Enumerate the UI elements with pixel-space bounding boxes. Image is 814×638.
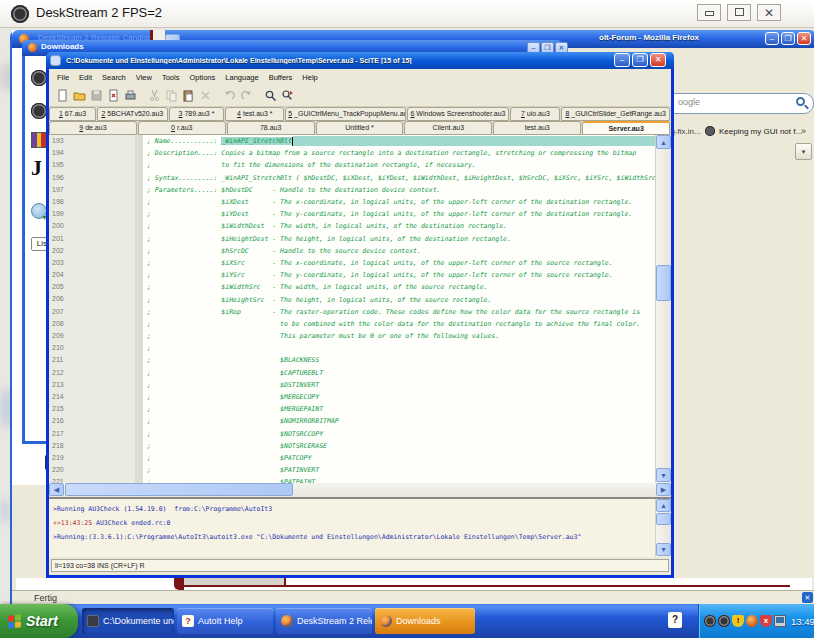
tab-5-guictrlmenu-trackpopupmenu-au3[interactable]: 5 _GUICtrlMenu_TrackPopupMenu.au3 (285, 107, 405, 121)
firefox-minimize-button[interactable]: – (765, 32, 779, 45)
scite-editor[interactable]: 193; Name...........: _WinAPI_StretchBlt… (49, 135, 671, 483)
selection-tail (293, 136, 655, 146)
scite-status-text: li=193 co=38 INS (CR+LF) R (51, 559, 669, 572)
save-file-icon (88, 87, 105, 104)
scroll-up-arrow[interactable]: ▲ (656, 135, 671, 149)
tab-test-au3[interactable]: test.au3 (493, 121, 581, 135)
fold-margin (135, 367, 143, 379)
tab-server-au3[interactable]: Server.au3 (582, 121, 670, 135)
open-folder-icon[interactable] (71, 87, 88, 104)
fold-margin (135, 159, 143, 171)
close-file-icon[interactable] (105, 87, 122, 104)
task-button-downloads[interactable]: Downloads (375, 608, 475, 634)
tray-deskstream-icon[interactable] (718, 615, 730, 627)
scroll-right-arrow[interactable]: ▶ (656, 483, 671, 496)
fold-margin (135, 208, 143, 220)
tray-shield-red-icon[interactable]: x (760, 615, 772, 627)
scroll-left-arrow[interactable]: ◀ (49, 483, 64, 496)
editor-hscrollbar-thumb[interactable] (65, 483, 293, 496)
maximize-icon (735, 8, 744, 16)
deskstream-close-button[interactable]: ✕ (757, 4, 781, 21)
line-number: 215 (49, 403, 135, 415)
paste-icon[interactable] (180, 87, 197, 104)
tab-7-uio-au3[interactable]: 7 uio.au3 (510, 107, 560, 121)
output-line: +>13:43:25 AU3Check ended.rc:0 (53, 516, 655, 530)
forum-table-cell (184, 578, 284, 587)
scite-minimize-button[interactable]: – (614, 53, 630, 67)
task-button-c-dokumente-und-ei-[interactable]: C:\Dokumente und Ei... (82, 608, 174, 634)
deskstream-maximize-button[interactable] (727, 4, 751, 21)
code-text: ; $iYDest - The y-coordinate, in logical… (143, 208, 655, 220)
tab-2-5bchatv520-au3[interactable]: 2 5BCHATv520.au3 (97, 107, 168, 121)
scroll-down-arrow[interactable]: ▼ (656, 543, 671, 556)
print-icon[interactable] (122, 87, 139, 104)
menu-language[interactable]: Language (220, 71, 263, 84)
menu-tools[interactable]: Tools (157, 71, 185, 84)
task-button-deskstream-2-releas-[interactable]: DeskStream 2 Releas... (276, 608, 372, 634)
output-vertical-scrollbar[interactable]: ▲ ▼ (655, 499, 671, 557)
tab-3-789-au3-[interactable]: 3 789.au3 * (169, 107, 225, 121)
scite-maximize-button[interactable]: ❐ (632, 53, 648, 67)
tab-9-de-au3[interactable]: 9 de.au3 (49, 121, 137, 135)
bug-icon (705, 126, 715, 136)
scite-titlebar[interactable]: C:\Dokumente und Einstellungen\Administr… (46, 52, 674, 69)
tab-list-dropdown-button[interactable]: ▾ (795, 143, 812, 160)
find-icon[interactable] (262, 87, 279, 104)
tab-client-au3[interactable]: Client.au3 (404, 121, 492, 135)
tab-1-67-au3[interactable]: 1 67.au3 (49, 107, 96, 121)
tab-6-windows-screenshooter-au3[interactable]: 6 Windows Screenshooter.au3 (407, 107, 510, 121)
scite-icon (87, 615, 99, 627)
task-button-autoit-help[interactable]: ?AutoIt Help (177, 608, 273, 634)
tab-overflow-chevron[interactable]: » (801, 126, 806, 136)
editor-scrollbar-thumb[interactable] (656, 265, 671, 301)
code-text: ; to fit the dimensions of the destinati… (143, 159, 655, 171)
tray-shield-yellow-icon[interactable]: ! (732, 615, 744, 627)
menu-file[interactable]: File (52, 71, 74, 84)
output-scrollbar-thumb[interactable] (656, 513, 671, 525)
code-line-203: 203; $iXSrc - The x-coordinate, in logic… (49, 257, 655, 269)
taskbar-clock: 13:49 (791, 616, 814, 627)
menu-help[interactable]: Help (297, 71, 322, 84)
tab-4-test-au3-[interactable]: 4 test.au3 * (225, 107, 284, 121)
system-tray: !x 13:49 (698, 604, 814, 638)
forum-border-corner (174, 578, 184, 590)
language-indicator-icon[interactable]: ? (668, 612, 682, 628)
menu-edit[interactable]: Edit (74, 71, 97, 84)
tab-78-au3[interactable]: 78.au3 (227, 121, 315, 135)
tray-firefox-icon[interactable] (746, 615, 758, 627)
tray-deskstream-icon[interactable] (704, 615, 716, 627)
code-text: ; $BLACKNESS (143, 354, 655, 366)
firefox-close-button[interactable]: ✕ (797, 32, 811, 45)
firefox-restore-button[interactable]: ❐ (781, 32, 795, 45)
code-line-206: 206; $iHeightSrc - The height, in logica… (49, 293, 655, 305)
tab-untitled-[interactable]: Untitled * (316, 121, 404, 135)
new-document-icon[interactable] (54, 87, 71, 104)
menu-buffers[interactable]: Buffers (264, 71, 298, 84)
scroll-up-arrow[interactable]: ▲ (656, 499, 671, 512)
code-line-214: 214; $MERGECOPY (49, 391, 655, 403)
firefox-tab-keeping-gui[interactable]: Keeping my GUI not f... (719, 127, 802, 136)
start-button[interactable]: Start (0, 604, 78, 638)
editor-vertical-scrollbar[interactable]: ▲ ▼ (655, 135, 671, 483)
code-line-219: 219; $PATCOPY (49, 452, 655, 464)
tab-8-guictrlslider-getrange-au3[interactable]: 8 _GUICtrlSlider_GetRange.au3 (561, 107, 670, 121)
editor-horizontal-scrollbar[interactable]: ◀ ▶ (49, 483, 671, 497)
scite-output-pane[interactable]: >Running AU3Check (1.54.19.0) from:C:\Pr… (49, 497, 671, 557)
scite-toolbar (49, 85, 671, 107)
deskstream-minimize-button[interactable] (697, 4, 721, 21)
scite-close-button[interactable]: ✕ (650, 53, 666, 67)
globe-download-icon (31, 203, 47, 219)
menu-options[interactable]: Options (184, 71, 220, 84)
menu-search[interactable]: Search (97, 71, 131, 84)
tray-monitor-icon[interactable] (774, 615, 786, 627)
menu-view[interactable]: View (131, 71, 157, 84)
fold-margin (135, 391, 143, 403)
code-text: ; $DSTINVERT (143, 379, 655, 391)
scroll-down-arrow[interactable]: ▼ (656, 468, 671, 482)
start-label: Start (26, 613, 58, 629)
replace-icon[interactable] (279, 87, 296, 104)
deskstream-titlebar: DeskStream 2 FPS=2 ✕ (0, 0, 814, 28)
tab-0-r-au3[interactable]: 0 r.au3 (138, 121, 226, 135)
code-line-196: 196; Syntax.........: _WinAPI_StretchBlt… (49, 172, 655, 184)
forum-bottom-strip (16, 578, 812, 590)
